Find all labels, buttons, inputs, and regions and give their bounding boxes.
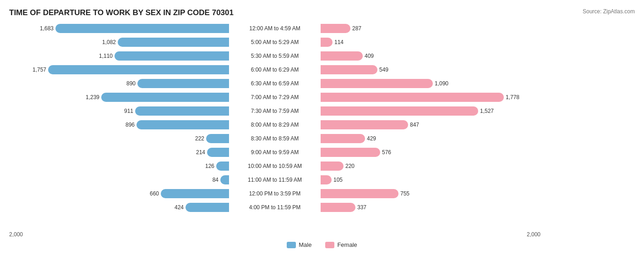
left-side: 1,239	[9, 93, 229, 102]
axis-right: 2,000	[321, 231, 540, 238]
female-bar	[321, 120, 408, 129]
bar-row: 1,082 5:00 AM to 5:29 AM 114	[9, 36, 635, 49]
male-value: 1,110	[95, 53, 113, 59]
male-value: 911	[116, 108, 133, 114]
female-bar	[321, 148, 380, 157]
left-side: 84	[9, 175, 229, 184]
time-label: 10:00 AM to 10:59 AM	[229, 163, 321, 169]
female-value: 220	[345, 163, 363, 169]
legend-female: Female	[325, 241, 357, 248]
female-legend-label: Female	[337, 241, 357, 248]
female-value: 105	[333, 177, 351, 183]
female-value: 429	[367, 135, 384, 142]
left-side: 1,757	[9, 65, 229, 74]
axis-right-label: 2,000	[527, 231, 540, 238]
left-side: 1,683	[9, 24, 229, 33]
male-bar	[135, 106, 229, 116]
male-bar	[48, 65, 229, 74]
bar-row: 890 6:30 AM to 6:59 AM 1,090	[9, 77, 635, 90]
bar-row: 1,110 5:30 AM to 5:59 AM 409	[9, 50, 635, 62]
female-value: 409	[365, 53, 382, 59]
right-side: 337	[321, 203, 540, 212]
right-side: 1,090	[321, 79, 540, 88]
left-side: 1,110	[9, 51, 229, 61]
left-side: 222	[9, 134, 229, 143]
male-bar	[207, 148, 229, 157]
female-value: 1,527	[480, 108, 497, 114]
left-side: 1,082	[9, 38, 229, 47]
male-value: 1,239	[82, 94, 99, 100]
bar-row: 126 10:00 AM to 10:59 AM 220	[9, 160, 635, 173]
female-value: 337	[357, 204, 375, 211]
male-bar	[137, 79, 229, 88]
female-bar	[321, 24, 350, 33]
right-side: 429	[321, 134, 540, 143]
left-side: 896	[9, 120, 229, 129]
female-bar	[321, 106, 478, 116]
right-side: 1,527	[321, 106, 540, 116]
bar-row: 1,683 12:00 AM to 4:59 AM 287	[9, 22, 635, 35]
female-bar	[321, 134, 365, 143]
legend-male: Male	[287, 241, 311, 248]
time-label: 8:00 AM to 8:29 AM	[229, 122, 321, 128]
female-bar	[321, 38, 333, 47]
male-value: 896	[117, 122, 135, 128]
female-value: 576	[382, 149, 399, 156]
male-value: 84	[201, 177, 218, 183]
time-label: 5:00 AM to 5:29 AM	[229, 39, 321, 45]
left-side: 126	[9, 162, 229, 171]
axis-row: 2,000 2,000	[9, 231, 635, 238]
male-swatch	[287, 242, 296, 248]
time-label: 7:30 AM to 7:59 AM	[229, 108, 321, 114]
axis-left: 2,000	[9, 231, 229, 238]
left-side: 424	[9, 203, 229, 212]
left-side: 660	[9, 189, 229, 198]
right-side: 105	[321, 175, 540, 184]
female-value: 847	[410, 122, 427, 128]
right-side: 576	[321, 148, 540, 157]
male-bar	[136, 120, 229, 129]
right-side: 114	[321, 38, 540, 47]
time-label: 11:00 AM to 11:59 AM	[229, 177, 321, 183]
male-value: 1,082	[98, 39, 116, 45]
left-side: 214	[9, 148, 229, 157]
female-value: 1,778	[506, 94, 523, 100]
male-value: 1,683	[36, 25, 54, 32]
male-bar	[161, 189, 229, 198]
right-side: 409	[321, 51, 540, 61]
chart-area: 1,683 12:00 AM to 4:59 AM 287 1,082 5:00…	[9, 22, 635, 228]
bar-row: 1,239 7:00 AM to 7:29 AM 1,778	[9, 91, 635, 104]
female-bar	[321, 162, 344, 171]
right-side: 847	[321, 120, 540, 129]
female-bar	[321, 93, 504, 102]
male-bar	[216, 162, 229, 171]
legend: Male Female	[9, 241, 635, 248]
time-label: 6:30 AM to 6:59 AM	[229, 80, 321, 87]
male-bar	[186, 203, 229, 212]
male-value: 222	[187, 135, 204, 142]
left-side: 911	[9, 106, 229, 116]
female-bar	[321, 175, 332, 184]
bar-row: 424 4:00 PM to 11:59 PM 337	[9, 201, 635, 214]
time-label: 6:00 AM to 6:29 AM	[229, 67, 321, 73]
left-side: 890	[9, 79, 229, 88]
male-value: 214	[188, 149, 205, 156]
chart-container: TIME OF DEPARTURE TO WORK BY SEX IN ZIP …	[0, 0, 644, 262]
male-bar	[206, 134, 229, 143]
male-bar	[55, 24, 229, 33]
time-label: 8:30 AM to 8:59 AM	[229, 135, 321, 142]
time-label: 4:00 PM to 11:59 PM	[229, 204, 321, 211]
bar-row: 911 7:30 AM to 7:59 AM 1,527	[9, 105, 635, 117]
female-bar	[321, 79, 433, 88]
male-bar	[220, 175, 229, 184]
bar-row: 214 9:00 AM to 9:59 AM 576	[9, 146, 635, 159]
male-value: 1,757	[29, 67, 46, 73]
female-bar	[321, 65, 377, 74]
female-bar	[321, 51, 363, 61]
right-side: 549	[321, 65, 540, 74]
time-label: 5:30 AM to 5:59 AM	[229, 53, 321, 59]
female-bar	[321, 189, 398, 198]
right-side: 220	[321, 162, 540, 171]
female-value: 287	[352, 25, 370, 32]
female-value: 1,090	[435, 80, 452, 87]
